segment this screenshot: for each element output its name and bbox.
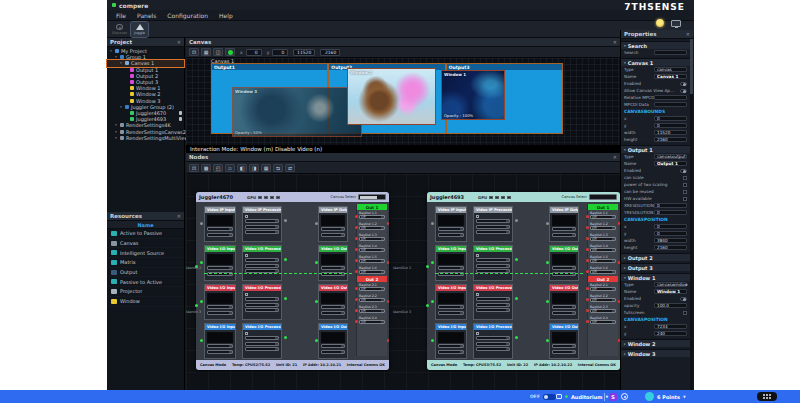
property-field[interactable]: 0	[654, 116, 687, 121]
node-card[interactable]: Video I/O Output	[318, 284, 348, 320]
close-icon[interactable]: ✕	[613, 40, 617, 45]
expander-icon[interactable]: ▾	[114, 136, 118, 140]
checkbox[interactable]	[476, 293, 479, 296]
property-field[interactable]: Output 1	[654, 161, 687, 166]
canvas-select-dropdown[interactable]	[589, 194, 617, 200]
big-grid-icon[interactable]: ▦	[261, 164, 271, 172]
expander-icon[interactable]: ▸	[624, 352, 626, 356]
dropdown[interactable]	[438, 227, 464, 231]
bay-output-dropdown[interactable]: Off	[359, 287, 385, 291]
checkbox[interactable]	[476, 254, 479, 257]
dropdown[interactable]	[321, 305, 345, 309]
bay-output-dropdown[interactable]: Off	[590, 215, 616, 219]
app-badge[interactable]: S	[609, 393, 617, 401]
dropdown[interactable]	[321, 266, 345, 270]
bay-output-dropdown[interactable]: Off	[590, 237, 616, 241]
properties-panel-tab[interactable]: Properties ✕	[621, 30, 693, 39]
dropdown[interactable]	[476, 347, 510, 351]
dropdown[interactable]	[321, 233, 345, 237]
dropdown[interactable]	[476, 258, 510, 262]
property-field[interactable]: Canvas 1	[654, 74, 687, 79]
bay-output-dropdown[interactable]: Off	[590, 248, 616, 252]
toolbar-button-juggle[interactable]: Juggle	[131, 22, 148, 37]
dropdown[interactable]	[207, 233, 233, 237]
dropdown[interactable]	[207, 305, 233, 309]
property-field[interactable]: 0	[654, 123, 687, 128]
dropdown[interactable]	[438, 266, 464, 270]
project-panel-tab[interactable]: Project ✕	[107, 38, 184, 47]
dropdown[interactable]	[438, 233, 464, 237]
color-channels-icon[interactable]: ▩	[201, 164, 211, 172]
dropdown[interactable]	[552, 311, 576, 315]
dropdown[interactable]	[476, 297, 510, 301]
dropdown[interactable]	[245, 342, 279, 346]
property-field[interactable]: 100.0	[654, 303, 687, 308]
close-icon[interactable]: ✕	[177, 214, 181, 219]
close-icon[interactable]: ✕	[177, 40, 181, 45]
expander-icon[interactable]: ▸	[624, 266, 626, 270]
property-field[interactable]: 2160	[654, 137, 687, 142]
zoom-area-icon[interactable]: ◰	[213, 164, 223, 172]
resource-item-active-to-passive[interactable]: Active to Passive	[107, 229, 184, 239]
grid-layout-icon[interactable]: ▦	[201, 48, 211, 56]
property-label[interactable]: CANVASPOSITION	[624, 217, 687, 222]
dropdown[interactable]	[552, 350, 576, 354]
node-panel-juggler4693[interactable]: Juggler4693GPUCanvas SelectVideo IP Inpu…	[427, 192, 620, 370]
checkbox[interactable]	[683, 190, 687, 194]
dropdown[interactable]	[245, 347, 279, 351]
canvas-width-field[interactable]: 11520	[293, 49, 315, 56]
expander-icon[interactable]: ▾	[119, 105, 123, 109]
dropdown[interactable]	[245, 219, 279, 223]
dropdown[interactable]	[552, 227, 576, 231]
bay-output-dropdown[interactable]: Off	[590, 320, 616, 324]
dropdown[interactable]	[321, 311, 345, 315]
canvas-select-dropdown[interactable]	[358, 194, 386, 200]
checkbox[interactable]	[683, 183, 687, 187]
chevron-down-icon[interactable]: ▼	[606, 395, 609, 399]
bay-output-dropdown[interactable]: Off	[359, 270, 385, 274]
expander-icon[interactable]: ▾	[624, 148, 626, 152]
checkbox[interactable]	[245, 332, 248, 335]
resource-item-intelligent-source[interactable]: Intelligent Source	[107, 248, 184, 258]
node-card[interactable]: Video I/O Processing	[242, 323, 282, 359]
bulb-icon[interactable]	[656, 19, 664, 27]
checkbox[interactable]	[476, 215, 479, 218]
dropdown[interactable]	[207, 350, 233, 354]
property-field[interactable]	[654, 50, 687, 55]
properties-scrollbar[interactable]	[690, 39, 693, 391]
bay-output-dropdown[interactable]: Off	[590, 309, 616, 313]
expander-icon[interactable]: ▾	[109, 49, 113, 53]
property-section-output-1[interactable]: ▾Output 1	[621, 145, 690, 153]
expander-icon[interactable]: ▸	[624, 256, 626, 260]
dropdown[interactable]	[476, 230, 510, 234]
contrast-left-icon[interactable]: ◧	[237, 164, 247, 172]
toggle-switch[interactable]	[680, 297, 687, 301]
node-card[interactable]: Video I/O Input	[435, 284, 467, 320]
dropdown[interactable]	[245, 303, 279, 307]
node-card[interactable]: Video I/O Processing	[473, 323, 513, 359]
bay-output-dropdown[interactable]: Off	[590, 287, 616, 291]
checkbox[interactable]	[683, 311, 687, 315]
node-card[interactable]: Video I/O Input	[204, 323, 236, 359]
node-panel-header[interactable]: Juggler4670GPUCanvas Select	[196, 192, 389, 202]
dropdown[interactable]	[438, 311, 464, 315]
bay-output-dropdown[interactable]: Off	[359, 320, 385, 324]
property-field[interactable]	[654, 102, 687, 107]
checkbox[interactable]	[476, 332, 479, 335]
node-panel-juggler4670[interactable]: Juggler4670GPUCanvas SelectVideo IP Inpu…	[196, 192, 389, 370]
checkbox[interactable]	[245, 215, 248, 218]
property-field[interactable]: canvasoutput	[654, 154, 687, 159]
canvas-y-field[interactable]: 0	[272, 49, 288, 56]
property-field[interactable]: 2160	[654, 245, 687, 250]
canvas-x-field[interactable]: 0	[246, 49, 262, 56]
property-label[interactable]: CANVASPOSITION	[624, 317, 687, 322]
property-section-output-2[interactable]: ▸Output 2	[621, 253, 690, 261]
bay-output-dropdown[interactable]: Off	[590, 226, 616, 230]
bay-output-dropdown[interactable]: Off	[359, 298, 385, 302]
property-field[interactable]: canvaswindow	[654, 282, 687, 287]
node-card[interactable]: Video IP Processing	[473, 206, 513, 242]
menu-item-panels[interactable]: Panels	[137, 12, 156, 19]
dropdown[interactable]	[476, 303, 510, 307]
expander-icon[interactable]: ▾	[119, 61, 123, 65]
resources-name-column-header[interactable]: Name	[107, 221, 184, 229]
